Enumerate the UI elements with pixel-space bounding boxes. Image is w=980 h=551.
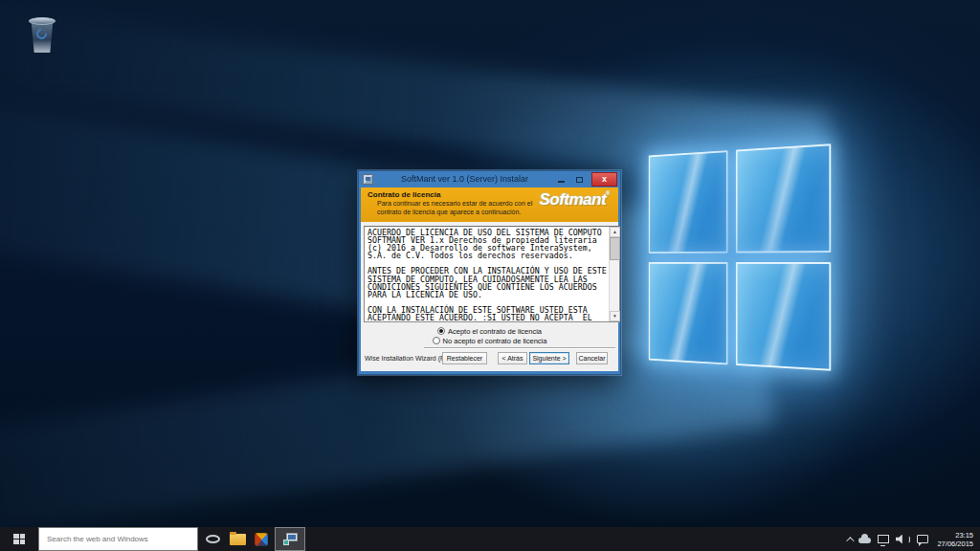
scrollbar[interactable]: ▲ ▼ bbox=[609, 227, 619, 321]
radio-selected-icon bbox=[437, 327, 445, 335]
network-icon[interactable] bbox=[878, 535, 889, 543]
installer-icon bbox=[363, 174, 373, 185]
next-button[interactable]: Siguiente > bbox=[529, 352, 569, 364]
volume-icon[interactable] bbox=[896, 535, 905, 544]
dialog-body: Contrato de licencia Para continuar es n… bbox=[361, 187, 618, 371]
back-button[interactable]: < Atrás bbox=[498, 352, 527, 364]
license-radio-group: Acepto el contrato de licencia No acepto… bbox=[361, 326, 618, 345]
radio-dot bbox=[439, 329, 443, 333]
windows-logo-pane bbox=[649, 262, 728, 364]
wizard-label: Wise Installation Wizard (R) bbox=[365, 355, 447, 362]
clock-date: 27/06/2015 bbox=[935, 540, 973, 548]
dialog-titlebar[interactable]: SoftMant ver 1.0 (Server) Instalar x bbox=[361, 171, 618, 187]
windows-logo-pane bbox=[736, 143, 831, 253]
radio-accept-license[interactable]: Acepto el contrato de licencia bbox=[361, 326, 618, 336]
windows-logo-pane bbox=[736, 262, 831, 371]
onedrive-cloud-icon[interactable] bbox=[858, 538, 871, 543]
installer-dialog: SoftMant ver 1.0 (Server) Instalar x Con… bbox=[358, 170, 621, 375]
windows-start-icon bbox=[13, 534, 25, 544]
license-header: Contrato de licencia Para continuar es n… bbox=[361, 187, 618, 222]
header-subtitle-line1: Para continuar es necesario estar de acu… bbox=[377, 200, 532, 209]
softmant-logo-text: Softmant bbox=[539, 190, 606, 209]
media-app-icon[interactable] bbox=[255, 533, 268, 546]
maximize-button[interactable] bbox=[570, 173, 589, 187]
footer-divider bbox=[424, 347, 615, 349]
radio-decline-label: No acepto el contrato de licencia bbox=[443, 337, 547, 345]
package-icon bbox=[283, 540, 289, 545]
header-title: Contrato de licencia bbox=[368, 190, 440, 199]
tray-expand-chevron-icon[interactable] bbox=[846, 537, 854, 544]
license-text: ACUERDO DE LICENCIA DE USO DEL SISTEMA D… bbox=[368, 229, 607, 320]
taskbar-search[interactable] bbox=[38, 527, 198, 551]
search-input[interactable] bbox=[38, 527, 198, 551]
desktop: SoftMant ver 1.0 (Server) Instalar x Con… bbox=[0, 0, 980, 551]
system-tray: 23:15 27/06/2015 bbox=[846, 527, 975, 551]
minimize-icon bbox=[558, 181, 565, 183]
header-subtitle-line2: contrato de licencia que aparece a conti… bbox=[377, 209, 532, 217]
start-button[interactable] bbox=[0, 527, 38, 551]
maximize-icon bbox=[576, 177, 583, 183]
active-installer-task[interactable] bbox=[275, 527, 305, 551]
radio-decline-license[interactable]: No acepto el contrato de licencia bbox=[361, 336, 618, 345]
windows-logo-wallpaper bbox=[649, 143, 835, 381]
recycle-bin-icon[interactable] bbox=[30, 17, 55, 54]
license-textbox[interactable]: ACUERDO DE LICENCIA DE USO DEL SISTEMA D… bbox=[364, 226, 620, 322]
scroll-up-icon[interactable]: ▲ bbox=[610, 227, 620, 237]
softmant-logo: Softmant® bbox=[539, 190, 610, 209]
minimize-button[interactable] bbox=[552, 173, 570, 187]
scrollbar-thumb[interactable] bbox=[610, 237, 620, 260]
action-center-icon[interactable] bbox=[917, 535, 928, 543]
taskbar: 23:15 27/06/2015 bbox=[0, 527, 980, 551]
taskbar-clock[interactable]: 23:15 27/06/2015 bbox=[935, 531, 975, 548]
close-button[interactable]: x bbox=[591, 172, 617, 187]
clock-time: 23:15 bbox=[935, 531, 973, 540]
task-view-icon[interactable] bbox=[206, 535, 220, 543]
reset-button[interactable]: Restablecer bbox=[442, 352, 487, 364]
radio-unselected-icon bbox=[433, 337, 440, 344]
recycle-bin-rim bbox=[29, 17, 56, 25]
dialog-title: SoftMant ver 1.0 (Server) Instalar bbox=[377, 171, 552, 187]
cancel-button[interactable]: Cancelar bbox=[576, 352, 608, 364]
registered-mark: ® bbox=[606, 190, 610, 196]
radio-accept-label: Acepto el contrato de licencia bbox=[448, 327, 542, 336]
windows-logo-pane bbox=[649, 150, 728, 253]
installer-taskbar-icon bbox=[283, 533, 298, 545]
scroll-down-icon[interactable]: ▼ bbox=[610, 311, 620, 321]
volume-wave-icon bbox=[906, 536, 910, 543]
header-subtitle: Para continuar es necesario estar de acu… bbox=[377, 200, 532, 216]
file-explorer-icon[interactable] bbox=[230, 534, 246, 545]
